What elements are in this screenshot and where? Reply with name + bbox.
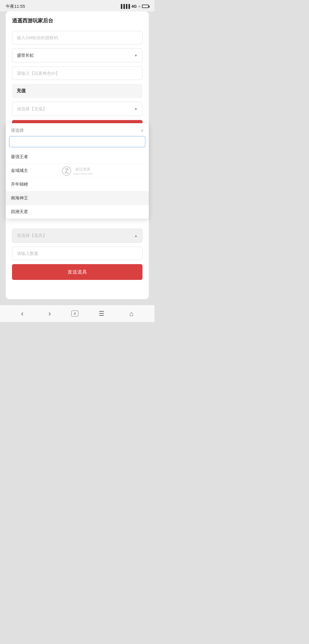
player-id-input[interactable] xyxy=(12,66,142,80)
item-chevron-icon: ▲ xyxy=(134,234,138,238)
nav-menu-button[interactable]: ☰ xyxy=(94,308,109,320)
dropdown-header-label: 请选择 xyxy=(11,128,24,133)
dropdown-search-input[interactable] xyxy=(9,136,145,147)
network-type: 4G xyxy=(131,4,137,9)
battery-icon xyxy=(142,5,149,8)
dropdown-close-icon[interactable]: × xyxy=(140,128,144,133)
signal-icon: ▐▐▐▐ xyxy=(120,4,130,9)
recharge-select[interactable]: 请选择【充值】 ▼ xyxy=(12,102,142,116)
dropdown-item-5[interactable]: 四洲天君 xyxy=(6,205,149,219)
server-select[interactable]: 盛世长虹 ▼ xyxy=(12,48,142,62)
nav-back-button[interactable]: ‹ xyxy=(16,307,28,320)
status-time: 午夜11:55 xyxy=(6,4,25,9)
status-bar: 午夜11:55 ▐▐▐▐ 4G n xyxy=(0,0,154,11)
bottom-nav: ‹ › 4 ☰ ⌂ xyxy=(0,305,154,322)
below-dropdown-content: 请选择【道具】 ▲ 发送道具 xyxy=(12,229,142,284)
auth-code-input[interactable] xyxy=(12,31,142,44)
dropdown-item-2[interactable]: 金域城主 xyxy=(6,164,149,178)
send-button[interactable]: 发送道具 xyxy=(12,264,142,280)
server-chevron-icon: ▼ xyxy=(134,54,138,58)
item-select-placeholder: 请选择【道具】 xyxy=(17,233,47,238)
item-select[interactable]: 请选择【道具】 ▲ xyxy=(12,229,142,243)
dropdown-list: 最强王者 金域城主 开年锦鲤 南海神王 四洲天君 xyxy=(6,150,149,219)
nav-home-button[interactable]: ⌂ xyxy=(125,307,138,320)
dropdown-item-3[interactable]: 开年锦鲤 xyxy=(6,178,149,191)
network-sub: n xyxy=(138,5,140,8)
recharge-chevron-icon: ▼ xyxy=(134,107,138,111)
recharge-section-label: 充值 xyxy=(12,84,142,98)
card-title: 逍遥西游玩家后台 xyxy=(12,17,142,24)
status-icons: ▐▐▐▐ 4G n xyxy=(120,4,149,9)
main-card: 逍遥西游玩家后台 盛世长虹 ▼ 充值 请选择【充值】 ▼ 充值 请选择 Z 真 xyxy=(6,11,149,299)
dropdown-item-4[interactable]: 南海神王 xyxy=(6,191,149,205)
recharge-select-placeholder: 请选择【充值】 xyxy=(17,106,47,112)
dropdown-header: 请选择 Z 真玩资源 www.zhen.net × xyxy=(6,123,149,136)
dropdown-item-1[interactable]: 最强王者 xyxy=(6,150,149,164)
nav-tabs-count[interactable]: 4 xyxy=(71,311,78,317)
recharge-dropdown-panel: 请选择 Z 真玩资源 www.zhen.net × 最强王者 金域城 xyxy=(6,123,149,219)
server-select-value: 盛世长虹 xyxy=(17,53,34,58)
nav-forward-button[interactable]: › xyxy=(44,307,56,320)
quantity-input[interactable] xyxy=(12,247,142,260)
